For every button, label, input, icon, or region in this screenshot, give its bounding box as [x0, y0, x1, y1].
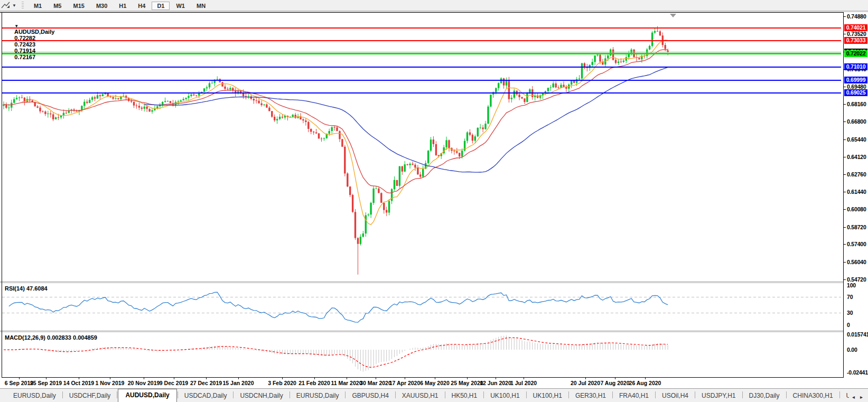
time-axis[interactable]: 6 Sep 201925 Sep 201914 Oct 20191 Nov 20…: [0, 378, 868, 389]
chart-tab-eurusd-daily[interactable]: EURUSD,Daily: [7, 390, 62, 402]
chart-tab-usdcad-daily[interactable]: USDCAD,Daily: [179, 390, 233, 402]
time-tick-mark: [467, 378, 468, 379]
time-tick-mark: [314, 378, 315, 379]
plot-border: [2, 12, 2, 378]
chart-tools-icon: [1, 1, 11, 10]
price-axis-label: 0.57400: [847, 241, 866, 247]
date-axis-label: 25 Sep 2019: [30, 380, 62, 386]
chart-shift-marker: [670, 14, 676, 17]
chart-tab-hk50-h1[interactable]: HK50,H1: [446, 390, 483, 402]
time-tick-mark: [238, 378, 239, 379]
date-axis-label: 30 Mar 2020: [360, 380, 391, 386]
tabs-scroll-right-icon[interactable]: ▸: [860, 394, 863, 400]
tab-separator: [568, 391, 569, 398]
chart-tab-usdcnh-daily[interactable]: USDCNH,Daily: [234, 390, 288, 402]
main-chart-canvas[interactable]: [0, 13, 844, 282]
axis-tick-mark: [844, 279, 846, 280]
chevron-down-icon[interactable]: ▼: [12, 3, 16, 8]
chart-tab-uk100-h1[interactable]: UK100,H1: [484, 390, 525, 402]
tab-separator: [117, 391, 117, 398]
chart-tab-gbpusd-h4[interactable]: GBPUSD,H4: [346, 390, 394, 402]
timeframe-toolbar: ▼ M1M5M15M30H1H4D1W1MN: [0, 0, 868, 11]
date-axis-label: 20 Jul 2020: [571, 380, 600, 386]
price-axis-label: 0.65440: [847, 136, 866, 143]
time-tick-mark: [524, 378, 524, 379]
chart-tab-usdjpy-h1[interactable]: USDJPY,H1: [696, 390, 741, 402]
price-axis-label: 0.69480: [847, 83, 866, 90]
date-axis-label: 7 Aug 2020: [600, 380, 629, 386]
rsi-axis-label: 70: [847, 294, 853, 300]
trading-platform: ▼ M1M5M15M30H1H4D1W1MN ▼ AUDUSD,Daily 0.…: [0, 0, 868, 402]
chart-tab-usdchf-daily[interactable]: USDCHF,Daily: [63, 390, 117, 402]
chart-header: ▼ AUDUSD,Daily 0.72282 0.72423 0.71914 0…: [5, 16, 57, 67]
timeframe-button-m1[interactable]: M1: [29, 2, 47, 10]
chart-tabs-bar: EURUSD,DailyUSDCHF,DailyAUDUSD,DailyUSDC…: [0, 388, 868, 402]
date-axis-label: 25 May 2020: [451, 380, 483, 386]
time-tick-mark: [347, 378, 347, 379]
time-tick-mark: [144, 378, 144, 379]
chart-tools-group[interactable]: ▼: [0, 1, 16, 10]
tab-separator: [445, 391, 445, 398]
time-tick-mark: [46, 378, 46, 379]
axis-tick-mark: [844, 121, 846, 122]
axis-tick-mark: [844, 34, 846, 34]
tab-separator: [655, 391, 656, 398]
tabs-scroll-left-icon[interactable]: ◂: [852, 394, 855, 400]
chart-tab-china300-h1[interactable]: CHINA300,H1: [787, 390, 839, 402]
price-axis-label: 0.74880: [847, 13, 866, 20]
macd-panel-canvas[interactable]: [0, 332, 844, 377]
tab-separator: [233, 391, 234, 398]
time-tick-mark: [19, 378, 20, 379]
price-axis[interactable]: 0.748800.735200.721600.708400.694800.681…: [843, 12, 868, 378]
chart-tab-usoil-h4[interactable]: USOil,H4: [656, 390, 694, 402]
timeframe-button-m30[interactable]: M30: [91, 2, 113, 10]
time-tick-mark: [110, 378, 110, 379]
chart-symbol-label: AUDUSD,Daily: [14, 29, 54, 35]
price-axis-label: 0.60080: [847, 206, 866, 212]
rsi-panel-canvas[interactable]: [0, 283, 844, 331]
rsi-axis-label: 30: [847, 310, 853, 316]
price-tag: 0.72022: [844, 50, 867, 57]
tab-separator: [178, 391, 178, 398]
ohlc-close: 0.72167: [14, 54, 35, 60]
timeframe-button-m15[interactable]: M15: [68, 2, 89, 10]
timeframe-button-h4[interactable]: H4: [133, 2, 151, 10]
macd-axis-label: -0.024412: [847, 369, 868, 376]
axis-tick-mark: [844, 262, 846, 263]
time-tick-mark: [206, 378, 207, 379]
date-axis-label: 21 Feb 2020: [298, 380, 330, 386]
chart-tab-fra40-h1[interactable]: FRA40,H1: [613, 390, 655, 402]
date-axis-label: 12 Jun 2020: [480, 380, 511, 386]
price-axis-label: 0.73520: [847, 31, 866, 37]
timeframe-button-m5[interactable]: M5: [48, 2, 67, 10]
chart-tab-eurusd-daily[interactable]: EURUSD,Daily: [291, 390, 345, 402]
tab-separator: [290, 391, 290, 398]
axis-tick-mark: [844, 192, 846, 192]
tab-separator: [612, 391, 613, 398]
chart-tab-audusd-daily[interactable]: AUDUSD,Daily: [118, 389, 176, 402]
tab-separator: [395, 391, 396, 398]
chart-tab-ger30-h1[interactable]: GER30,H1: [570, 390, 612, 402]
chart-tab-xauusd-h1[interactable]: XAUUSD,H1: [396, 390, 444, 402]
date-axis-label: 26 Aug 2020: [629, 380, 661, 386]
timeframe-button-d1[interactable]: D1: [152, 2, 170, 10]
date-axis-label: 15 Jan 2020: [223, 380, 254, 386]
macd-axis-label: 0.015741: [847, 331, 868, 338]
timeframe-button-mn[interactable]: MN: [191, 2, 211, 10]
chart-tab-uk100-h1[interactable]: UK100,H1: [527, 390, 568, 402]
ohlc-open: 0.72282: [14, 35, 35, 41]
time-tick-mark: [645, 378, 646, 379]
axis-tick-mark: [844, 244, 846, 245]
timeframe-button-w1[interactable]: W1: [171, 2, 190, 10]
tab-separator: [62, 391, 63, 398]
chart-tab-usoil-h1[interactable]: USOil,H1: [841, 390, 849, 402]
chart-tab-dj30-daily[interactable]: DJ30,Daily: [743, 390, 786, 402]
chart-tabs: EURUSD,DailyUSDCHF,DailyAUDUSD,DailyUSDC…: [0, 388, 849, 402]
toolbar-grip[interactable]: [22, 2, 24, 9]
time-tick-mark: [496, 378, 496, 379]
tab-separator: [786, 391, 787, 398]
time-tick-mark: [585, 378, 586, 379]
price-axis-label: 0.56040: [847, 259, 866, 265]
price-tag: 0.71010: [844, 63, 867, 70]
timeframe-button-h1[interactable]: H1: [114, 2, 132, 10]
